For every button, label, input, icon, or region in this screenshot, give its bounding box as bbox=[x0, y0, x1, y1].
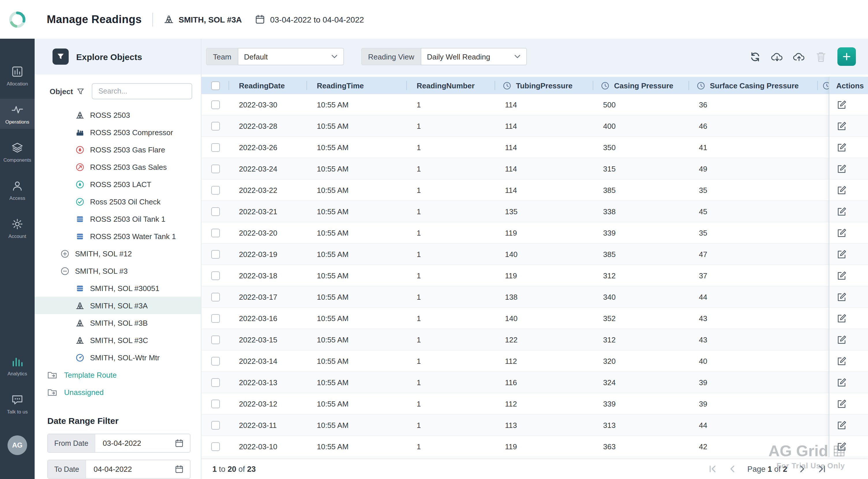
edit-row-button[interactable] bbox=[837, 313, 847, 323]
nav-item-allocation[interactable]: Allocation bbox=[0, 61, 35, 91]
delete-button[interactable] bbox=[815, 51, 827, 63]
row-checkbox[interactable] bbox=[211, 164, 220, 173]
table-row[interactable]: 2022-03-1610:55 AM114035243 bbox=[202, 308, 868, 329]
reading-view-select[interactable]: Daily Well Reading bbox=[421, 48, 527, 65]
row-checkbox[interactable] bbox=[211, 207, 220, 216]
select-all-checkbox[interactable] bbox=[211, 81, 220, 90]
edit-row-button[interactable] bbox=[837, 121, 847, 131]
table-row[interactable]: 2022-03-1210:55 AM111233939 bbox=[202, 393, 868, 415]
nav-item-account[interactable]: Account bbox=[0, 213, 35, 243]
tree-item-smith-sol-wtr-mtr[interactable]: SMITH, SOL-Wtr Mtr bbox=[35, 349, 201, 366]
nav-item-components[interactable]: Components bbox=[0, 137, 35, 167]
nav-item-analytics[interactable]: Analytics bbox=[0, 351, 35, 381]
edit-row-button[interactable] bbox=[837, 249, 847, 259]
table-row[interactable]: 2022-03-1910:55 AM114038547 bbox=[202, 244, 868, 265]
row-checkbox[interactable] bbox=[211, 186, 220, 194]
tree-item-ross-2503-water-tank-1[interactable]: ROSS 2503 Water Tank 1 bbox=[35, 228, 201, 245]
tree-item-ross-2503-lact[interactable]: ROSS 2503 LACT bbox=[35, 176, 201, 193]
column-header-readingnumber[interactable]: ReadingNumber bbox=[407, 77, 495, 94]
team-select[interactable]: Default bbox=[238, 48, 344, 65]
prev-page-button[interactable] bbox=[728, 464, 737, 474]
tree-item-smith-sol-30051[interactable]: SMITH, SOL #30051 bbox=[35, 279, 201, 297]
refresh-button[interactable] bbox=[749, 51, 761, 63]
table-row[interactable]: 2022-03-2110:55 AM113533845 bbox=[202, 201, 868, 222]
table-row[interactable]: 2022-03-1310:55 AM111632439 bbox=[202, 372, 868, 393]
row-checkbox[interactable] bbox=[211, 357, 220, 365]
minus-circle-icon[interactable] bbox=[61, 267, 69, 275]
table-row[interactable]: 2022-03-1110:55 AM111331344 bbox=[202, 415, 868, 436]
tree-item-ross-2503-gas-sales[interactable]: ROSS 2503 Gas Sales bbox=[35, 158, 201, 176]
user-avatar[interactable]: AG bbox=[7, 435, 27, 455]
column-header-readingdate[interactable]: ReadingDate bbox=[229, 77, 307, 94]
tree-item-smith-sol-3b[interactable]: SMITH, SOL #3B bbox=[35, 314, 201, 331]
table-row[interactable]: 2022-03-1810:55 AM111931237 bbox=[202, 265, 868, 287]
plus-circle-icon[interactable] bbox=[61, 249, 69, 258]
edit-row-button[interactable] bbox=[837, 142, 847, 152]
table-row[interactable]: 2022-03-2610:55 AM111435041 bbox=[202, 137, 868, 158]
column-header-surface-casing-pressure[interactable]: Surface Casing Pressure bbox=[689, 77, 818, 94]
search-input[interactable] bbox=[92, 83, 192, 99]
add-reading-button[interactable] bbox=[837, 47, 856, 66]
row-checkbox[interactable] bbox=[211, 143, 220, 152]
row-checkbox[interactable] bbox=[211, 271, 220, 280]
link-unassigned[interactable]: Unassigned bbox=[35, 383, 201, 401]
edit-row-button[interactable] bbox=[837, 356, 847, 366]
nav-item-talk-to-us[interactable]: Talk to us bbox=[0, 389, 35, 419]
upload-button[interactable] bbox=[793, 51, 805, 63]
calendar-icon[interactable] bbox=[175, 465, 184, 474]
edit-row-button[interactable] bbox=[837, 399, 847, 409]
tree-item-smith-sol-12[interactable]: SMITH, SOL #12 bbox=[35, 245, 201, 262]
row-checkbox[interactable] bbox=[211, 250, 220, 259]
link-template-route[interactable]: Template Route bbox=[35, 366, 201, 383]
last-page-button[interactable] bbox=[817, 464, 827, 474]
table-row[interactable]: 2022-03-2210:55 AM111438535 bbox=[202, 180, 868, 201]
table-row[interactable]: 2022-03-2410:55 AM111431549 bbox=[202, 158, 868, 180]
row-checkbox[interactable] bbox=[211, 421, 220, 429]
table-row[interactable]: 2022-03-1410:55 AM111232040 bbox=[202, 351, 868, 372]
first-page-button[interactable] bbox=[708, 464, 717, 474]
row-checkbox[interactable] bbox=[211, 229, 220, 237]
edit-row-button[interactable] bbox=[837, 206, 847, 216]
tree-item-ross-2503-compressor[interactable]: ROSS 2503 Compressor bbox=[35, 124, 201, 141]
edit-row-button[interactable] bbox=[837, 164, 847, 174]
table-row[interactable]: 2022-03-2010:55 AM111933935 bbox=[202, 222, 868, 244]
edit-row-button[interactable] bbox=[837, 377, 847, 387]
column-header-readingtime[interactable]: ReadingTime bbox=[307, 77, 407, 94]
row-checkbox[interactable] bbox=[211, 399, 220, 408]
edit-row-button[interactable] bbox=[837, 228, 847, 238]
edit-row-button[interactable] bbox=[837, 185, 847, 195]
filter-button[interactable] bbox=[53, 49, 69, 65]
row-checkbox[interactable] bbox=[211, 100, 220, 109]
row-checkbox[interactable] bbox=[211, 442, 220, 451]
edit-row-button[interactable] bbox=[837, 420, 847, 430]
edit-row-button[interactable] bbox=[837, 335, 847, 345]
row-checkbox[interactable] bbox=[211, 314, 220, 323]
row-checkbox[interactable] bbox=[211, 335, 220, 344]
tree-item-ross-2503-oil-tank-1[interactable]: ROSS 2503 Oil Tank 1 bbox=[35, 210, 201, 228]
row-checkbox[interactable] bbox=[211, 293, 220, 301]
tree-item-smith-sol-3c[interactable]: SMITH, SOL #3C bbox=[35, 331, 201, 349]
tree-item-smith-sol-3a[interactable]: SMITH, SOL #3A bbox=[35, 297, 201, 314]
edit-row-button[interactable] bbox=[837, 442, 847, 451]
download-button[interactable] bbox=[771, 51, 783, 63]
nav-item-operations[interactable]: Operations bbox=[0, 99, 35, 129]
to-date-field[interactable]: To Date 04-04-2022 bbox=[47, 460, 190, 479]
column-header-tubingpressure[interactable]: TubingPressure bbox=[495, 77, 593, 94]
tree-item-smith-sol-3[interactable]: SMITH, SOL #3 bbox=[35, 262, 201, 279]
table-row[interactable]: 2022-03-1510:55 AM112231243 bbox=[202, 329, 868, 351]
tree-item-ross-2503-oil-check[interactable]: Ross 2503 Oil Check bbox=[35, 193, 201, 210]
tree-item-ross-2503-gas-flare[interactable]: ROSS 2503 Gas Flare bbox=[35, 141, 201, 158]
object-filter-label[interactable]: Object bbox=[50, 87, 73, 96]
table-row[interactable]: 2022-03-1010:55 AM111936342 bbox=[202, 436, 868, 457]
table-row[interactable]: 2022-03-1710:55 AM113834044 bbox=[202, 287, 868, 308]
edit-row-button[interactable] bbox=[837, 292, 847, 302]
column-header-casing-pressure[interactable]: Casing Pressure bbox=[593, 77, 689, 94]
table-row[interactable]: 2022-03-2810:55 AM111440046 bbox=[202, 116, 868, 137]
next-page-button[interactable] bbox=[798, 464, 807, 474]
row-checkbox[interactable] bbox=[211, 378, 220, 387]
nav-item-access[interactable]: Access bbox=[0, 175, 35, 205]
table-row[interactable]: 2022-03-3010:55 AM111450036 bbox=[202, 94, 868, 116]
edit-row-button[interactable] bbox=[837, 100, 847, 110]
calendar-icon[interactable] bbox=[175, 439, 184, 448]
tree-item-ross-2503[interactable]: ROSS 2503 bbox=[35, 106, 201, 124]
